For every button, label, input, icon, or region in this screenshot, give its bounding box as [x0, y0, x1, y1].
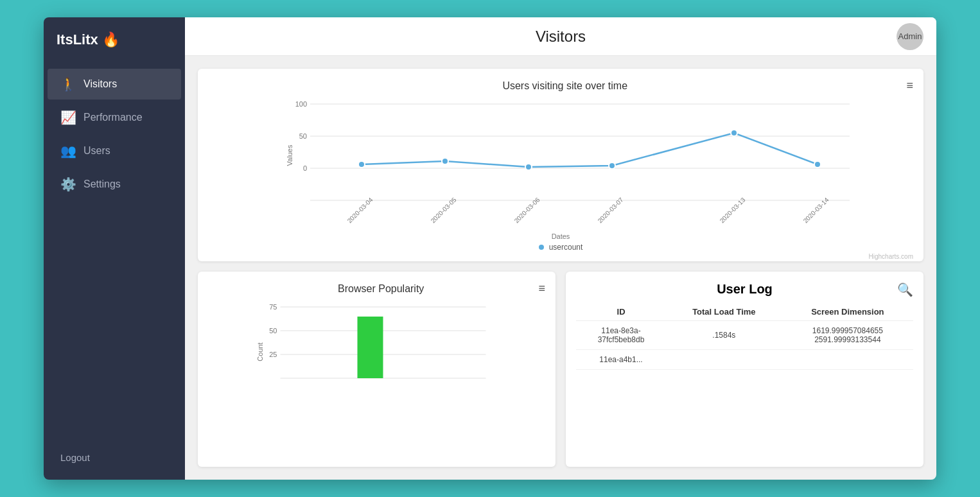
settings-icon: ⚙️	[60, 177, 76, 192]
row-screen-dim	[782, 350, 913, 370]
performance-icon: 📈	[60, 110, 76, 125]
sidebar-item-settings-label: Settings	[83, 179, 121, 190]
user-log-panel: 🔍 User Log ID Total Load Time Screen Dim…	[566, 272, 923, 467]
svg-point-12	[814, 161, 821, 168]
row-screen-dim: 1619.9999570846552591.99993133544	[782, 321, 913, 350]
bottom-row: Browser Popularity ≡ 75 50 25	[198, 272, 923, 467]
content-area: Users visiting site over time ≡ 100 50	[185, 56, 936, 480]
line-chart-title: Users visiting site over time	[223, 80, 906, 92]
user-log-table: ID Total Load Time Screen Dimension 11ea…	[576, 303, 913, 370]
svg-point-10	[609, 162, 615, 169]
app-window: ItsLitx 🔥 🚶 Visitors 📈 Performance 👥 Use…	[44, 17, 936, 480]
svg-text:50: 50	[269, 327, 277, 335]
sidebar-item-visitors[interactable]: 🚶 Visitors	[48, 69, 181, 100]
visitors-icon: 🚶	[60, 76, 76, 92]
user-avatar[interactable]: Admin	[897, 23, 923, 50]
row-load-time	[666, 350, 782, 370]
users-icon: 👥	[60, 143, 76, 159]
svg-text:25: 25	[269, 351, 277, 358]
svg-point-9	[525, 164, 532, 170]
legend-label: usercount	[549, 243, 583, 252]
sidebar-nav: 🚶 Visitors 📈 Performance 👥 Users ⚙️ Sett…	[44, 62, 185, 442]
svg-point-8	[442, 158, 448, 164]
sidebar-item-performance-label: Performance	[83, 112, 143, 123]
svg-text:0: 0	[303, 164, 307, 172]
app-logo: ItsLitx 🔥	[44, 17, 185, 62]
sidebar-item-visitors-label: Visitors	[83, 78, 117, 90]
user-log-title: User Log	[576, 282, 913, 297]
svg-text:50: 50	[299, 132, 307, 140]
topbar: Visitors Admin	[185, 17, 936, 56]
highcharts-credit: Highcharts.com	[208, 253, 913, 260]
sidebar: ItsLitx 🔥 🚶 Visitors 📈 Performance 👥 Use…	[44, 17, 185, 480]
row-id: 11ea-a4b1...	[576, 350, 666, 370]
col-screen-dim: Screen Dimension	[782, 303, 913, 321]
page-title: Visitors	[536, 28, 586, 46]
main-content: Visitors Admin Users visiting site over …	[185, 17, 936, 480]
logout-button[interactable]: Logout	[48, 442, 181, 473]
table-row: 11ea-8e3a-37fcf5beb8db .1584s 1619.99995…	[576, 321, 913, 350]
browser-popularity-panel: Browser Popularity ≡ 75 50 25	[198, 272, 556, 467]
svg-rect-27	[358, 317, 383, 378]
browser-chart-menu-icon[interactable]: ≡	[538, 282, 545, 295]
sidebar-item-performance[interactable]: 📈 Performance	[48, 102, 181, 133]
line-chart-legend: usercount	[208, 243, 913, 252]
svg-text:75: 75	[269, 303, 277, 311]
svg-text:Count: Count	[256, 342, 264, 361]
svg-point-7	[358, 161, 365, 168]
col-load-time: Total Load Time	[666, 303, 782, 321]
sidebar-item-users-label: Users	[83, 145, 110, 157]
browser-chart-title: Browser Popularity	[223, 283, 538, 295]
table-header-row: ID Total Load Time Screen Dimension	[576, 303, 913, 321]
sidebar-item-users[interactable]: 👥 Users	[48, 135, 181, 166]
legend-dot	[539, 245, 544, 250]
line-chart-svg: 100 50 0 2020-03-04	[240, 98, 907, 226]
table-row: 11ea-a4b1...	[576, 350, 913, 370]
svg-point-11	[731, 130, 737, 136]
line-chart-x-axis-title: Dates	[208, 232, 913, 240]
logo-flame: 🔥	[102, 31, 119, 48]
sidebar-item-settings[interactable]: ⚙️ Settings	[48, 169, 181, 200]
browser-chart-header: Browser Popularity ≡	[208, 282, 545, 295]
line-chart-header: Users visiting site over time ≡	[208, 79, 913, 92]
search-icon: 🔍	[897, 283, 913, 297]
user-log-table-body: 11ea-8e3a-37fcf5beb8db .1584s 1619.99995…	[576, 321, 913, 370]
browser-chart-svg: 75 50 25 Count	[208, 301, 545, 416]
line-chart-menu-icon[interactable]: ≡	[906, 79, 913, 92]
logo-text: ItsLitx	[57, 31, 98, 48]
row-load-time: .1584s	[666, 321, 782, 350]
svg-text:100: 100	[295, 100, 307, 108]
search-button[interactable]: 🔍	[897, 282, 913, 297]
col-id: ID	[576, 303, 666, 321]
svg-text:Values: Values	[286, 144, 293, 166]
line-chart-panel: Users visiting site over time ≡ 100 50	[198, 69, 923, 261]
row-id: 11ea-8e3a-37fcf5beb8db	[576, 321, 666, 350]
